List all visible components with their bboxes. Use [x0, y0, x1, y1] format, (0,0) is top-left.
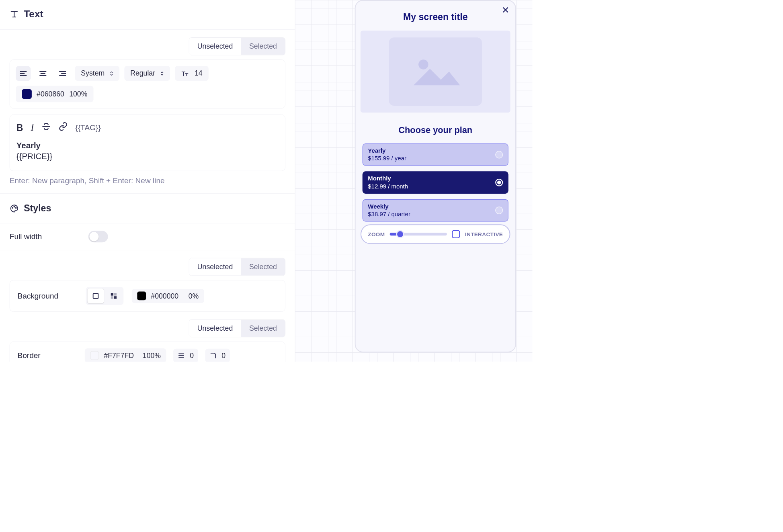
tab-unselected[interactable]: Unselected	[189, 38, 241, 55]
pattern-fill-option[interactable]	[105, 289, 122, 303]
palette-icon	[10, 204, 19, 213]
background-hex: #000000	[151, 292, 178, 300]
svg-rect-7	[114, 296, 117, 299]
text-icon	[10, 9, 19, 18]
tab-selected[interactable]: Selected	[241, 38, 285, 55]
canvas-area[interactable]: ✕ My screen title Choose your plan Yearl…	[295, 0, 532, 362]
align-left-button[interactable]	[16, 66, 31, 81]
styles-section-header: Styles	[0, 193, 295, 223]
typography-card: System Regular 14 #0608	[10, 59, 285, 108]
plan-name: Monthly	[368, 175, 408, 182]
svg-rect-4	[111, 293, 113, 295]
text-content-line1: Yearly	[16, 140, 279, 151]
radio-icon	[495, 207, 503, 214]
svg-rect-6	[111, 296, 113, 299]
bold-button[interactable]: B	[16, 122, 23, 133]
font-size-icon	[181, 70, 189, 77]
border-card: Border #F7F7FD 100% 0 0	[10, 342, 285, 362]
svg-point-0	[12, 207, 13, 208]
background-color-control[interactable]: #000000 0%	[132, 289, 204, 303]
border-radius-icon	[209, 352, 217, 359]
border-tab-selected[interactable]: Selected	[241, 320, 285, 337]
text-color-opacity: 100%	[69, 90, 87, 98]
border-radius-control[interactable]: 0	[205, 348, 230, 362]
radio-icon	[495, 179, 503, 186]
background-label: Background	[18, 292, 78, 301]
svg-rect-5	[114, 293, 117, 295]
text-color-hex: #060860	[37, 90, 64, 98]
text-section-title: Text	[24, 8, 43, 20]
text-color-swatch	[22, 89, 31, 99]
align-right-button[interactable]	[55, 66, 70, 81]
preview-footer: ZOOM INTERACTIVE	[361, 224, 510, 244]
preview-section-title: Choose your plan	[356, 113, 515, 141]
close-icon[interactable]: ✕	[502, 5, 509, 16]
border-width-value: 0	[190, 351, 194, 360]
insert-tag-button[interactable]: {{TAG}}	[76, 123, 101, 132]
image-placeholder-icon	[389, 37, 482, 106]
link-button[interactable]	[58, 122, 68, 133]
font-weight-value: Regular	[130, 69, 155, 78]
text-color-control[interactable]: #060860 100%	[16, 86, 93, 102]
border-color-control[interactable]: #F7F7FD 100%	[85, 348, 166, 362]
svg-point-1	[14, 206, 14, 207]
text-content-editor[interactable]: Yearly {{PRICE}}	[16, 138, 279, 165]
border-opacity: 100%	[143, 351, 161, 360]
plan-option-yearly[interactable]: Yearly $155.99 / year	[363, 143, 508, 166]
strikethrough-button[interactable]	[41, 122, 51, 133]
font-size-input[interactable]: 14	[175, 66, 209, 81]
italic-button[interactable]: I	[31, 123, 34, 133]
editor-hint: Enter: New paragraph, Shift + Enter: New…	[0, 171, 295, 194]
background-opacity: 0%	[189, 292, 199, 300]
svg-point-8	[418, 59, 428, 69]
font-family-value: System	[81, 69, 105, 78]
plan-price: $38.97 / quarter	[368, 211, 410, 218]
interactive-label: INTERACTIVE	[465, 231, 503, 237]
text-content-line2: {{PRICE}}	[16, 151, 279, 162]
background-color-swatch	[137, 292, 146, 301]
full-width-label: Full width	[10, 232, 42, 241]
border-radius-value: 0	[221, 351, 225, 360]
editor-panel: Text Unselected Selected System	[0, 0, 295, 362]
border-tab-unselected[interactable]: Unselected	[189, 320, 241, 337]
phone-preview: ✕ My screen title Choose your plan Yearl…	[355, 0, 516, 352]
background-state-tabs: Unselected Selected	[0, 250, 295, 276]
preview-image-container	[361, 31, 510, 113]
radio-icon	[495, 151, 503, 158]
plan-price: $12.99 / month	[368, 183, 408, 190]
full-width-row: Full width	[0, 223, 295, 250]
text-section-header: Text	[0, 0, 295, 30]
zoom-label: ZOOM	[368, 231, 385, 237]
solid-fill-option[interactable]	[88, 289, 104, 303]
border-hex: #F7F7FD	[104, 351, 134, 360]
styles-section-title: Styles	[24, 203, 51, 214]
rich-text-card: B I {{TAG}} Yearly {{PRICE}}	[10, 115, 285, 171]
svg-rect-3	[93, 293, 98, 299]
screen-title: My screen title	[356, 1, 515, 31]
border-color-swatch	[90, 351, 99, 360]
font-family-select[interactable]: System	[75, 66, 119, 81]
font-size-value: 14	[195, 69, 203, 78]
background-tab-selected[interactable]: Selected	[241, 258, 285, 276]
background-card: Background #000000 0%	[10, 280, 285, 312]
text-state-tabs: Unselected Selected	[0, 30, 295, 55]
border-width-icon	[178, 352, 185, 359]
background-fill-type	[86, 287, 124, 305]
align-center-button[interactable]	[35, 66, 50, 81]
interactive-checkbox[interactable]	[452, 230, 460, 238]
border-label: Border	[18, 351, 78, 360]
zoom-slider[interactable]	[390, 233, 447, 235]
plan-name: Weekly	[368, 203, 410, 210]
background-tab-unselected[interactable]: Unselected	[189, 258, 241, 276]
plan-option-weekly[interactable]: Weekly $38.97 / quarter	[363, 199, 508, 222]
font-weight-select[interactable]: Regular	[124, 66, 170, 81]
plan-name: Yearly	[368, 147, 406, 155]
border-state-tabs: Unselected Selected	[0, 312, 295, 337]
chevron-updown-icon	[160, 71, 164, 76]
full-width-toggle[interactable]	[88, 231, 108, 243]
chevron-updown-icon	[109, 71, 113, 76]
border-width-control[interactable]: 0	[173, 348, 198, 362]
svg-point-2	[16, 207, 16, 208]
plan-price: $155.99 / year	[368, 155, 406, 162]
plan-option-monthly[interactable]: Monthly $12.99 / month	[363, 171, 508, 194]
